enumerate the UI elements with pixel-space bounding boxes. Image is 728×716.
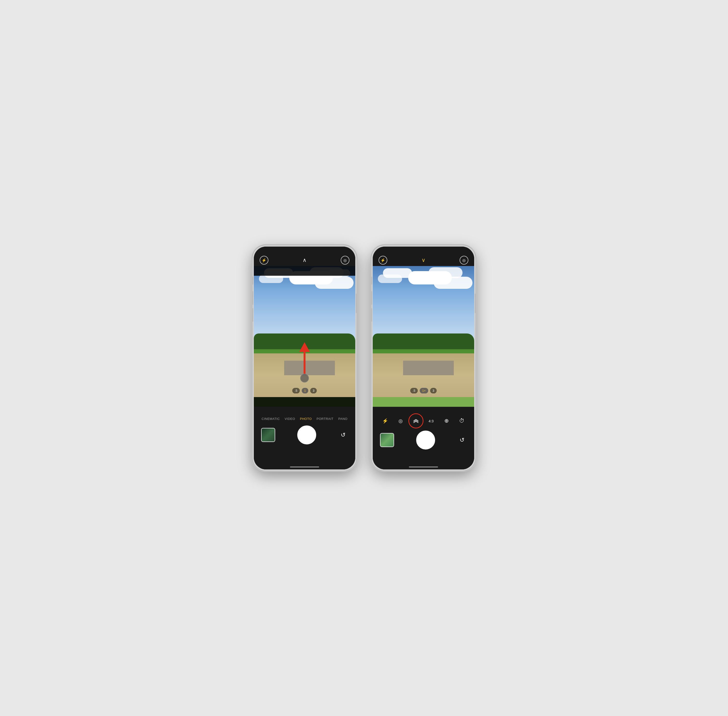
top-bar-left: ⚡ ∧ ◎ [254,256,355,265]
notch-right [406,247,440,254]
flash-icon-left: ⚡ [262,258,267,262]
cloud-r4 [378,275,402,283]
chevron-up-button[interactable]: ∧ [303,257,306,263]
letterbox-bottom [254,397,355,407]
cloud-r5 [434,277,472,289]
aspect-ratio-button[interactable]: 4:3 [426,416,437,426]
shutter-button-right[interactable] [416,431,435,449]
zoom-05-right[interactable]: .5 [410,388,418,393]
viewfinder-left[interactable]: .5 1 3 [254,266,355,407]
flash-icon-right: ⚡ [381,258,385,262]
mode-portrait[interactable]: PORTRAIT [317,417,334,421]
live-toolbar-button[interactable]: ◎ [395,416,406,426]
shutter-inner-left [299,427,315,443]
home-indicator-right [409,467,438,467]
clouds-right [373,266,474,308]
sky-right [373,266,474,343]
chevron-up-icon: ∧ [303,257,306,263]
exposure-button[interactable]: ⊕ [441,416,452,426]
sky-left [254,266,355,343]
photo-styles-icon [413,417,419,424]
silent-switch-right[interactable] [371,277,372,284]
live-photo-button-left[interactable]: ◎ [341,256,349,265]
flip-camera-button-left[interactable]: ↺ [338,430,348,440]
viewfinder-right[interactable]: .5 1× 3 [373,266,474,407]
shutter-button-left[interactable] [297,425,316,444]
zoom-05-left[interactable]: .5 [292,388,300,393]
arrow-shaft [303,352,305,374]
page-wrapper: ⚡ ∧ ◎ [243,235,485,481]
photo-styles-button[interactable] [411,416,421,426]
phone-left: ⚡ ∧ ◎ [252,245,357,471]
letterbox-top [254,266,355,276]
chevron-down-button[interactable]: ∨ [422,257,425,263]
treeline-right [373,334,474,349]
cloud-5 [315,277,353,289]
flash-toolbar-button[interactable]: ⚡ [380,416,391,426]
chevron-down-icon: ∨ [422,257,425,263]
zoom-1x-left[interactable]: 1 [302,388,308,393]
home-indicator-left [290,467,319,467]
timer-button[interactable]: ⏱ [457,416,467,426]
volume-up-button-right[interactable] [371,291,372,305]
zoom-3x-right[interactable]: 3 [430,388,437,393]
flip-camera-button-right[interactable]: ↺ [457,435,467,445]
phone-screen-right: ⚡ ∨ ◎ [373,247,474,469]
volume-down-button-right[interactable] [371,308,372,322]
zoom-1x-right[interactable]: 1× [420,388,428,393]
flash-toolbar-icon: ⚡ [382,418,388,424]
bottom-controls-left: CINEMATIC VIDEO PHOTO PORTRAIT PANO [254,414,355,469]
top-bar-right: ⚡ ∨ ◎ [373,256,474,265]
power-button-right[interactable] [475,294,476,313]
notch [288,247,322,254]
mode-cinematic[interactable]: CINEMATIC [262,417,280,421]
zoom-pills-right: .5 1× 3 [410,388,437,393]
live-toolbar-icon: ◎ [399,418,403,424]
zoom-pills-left: .5 1 3 [292,388,317,393]
toolbar-row-right: ⚡ ◎ [373,414,474,428]
camera-screen-left: ⚡ ∧ ◎ [254,247,355,469]
exposure-icon: ⊕ [444,418,449,424]
flip-icon-right: ↺ [460,437,464,443]
phone-right: ⚡ ∨ ◎ [371,245,476,471]
mode-photo[interactable]: PHOTO [300,417,312,421]
zoom-indicator-circle [300,374,309,382]
flash-button-right[interactable]: ⚡ [379,256,387,265]
shutter-row-left: ↺ [254,425,355,444]
mode-selector-left: CINEMATIC VIDEO PHOTO PORTRAIT PANO [262,414,347,423]
camera-screen-right: ⚡ ∨ ◎ [373,247,474,469]
volume-down-button[interactable] [252,308,253,322]
timer-icon: ⏱ [459,418,464,424]
power-button[interactable] [356,294,357,313]
live-photo-button-right[interactable]: ◎ [460,256,468,265]
mode-pano[interactable]: PANO [338,417,347,421]
shutter-inner-right [417,432,434,448]
volume-up-button[interactable] [252,291,253,305]
bottom-controls-right: ⚡ ◎ [373,414,474,469]
phone-screen-left: ⚡ ∧ ◎ [254,247,355,469]
silent-switch[interactable] [252,277,253,284]
shutter-row-right: ↺ [373,431,474,449]
cloud-4 [259,275,283,283]
photo-thumbnail-right[interactable] [380,433,394,447]
red-arrow-annotation [299,342,310,382]
flip-icon-left: ↺ [341,432,346,438]
photo-thumbnail-left[interactable] [261,428,275,442]
patio-right [403,361,454,375]
flash-button-left[interactable]: ⚡ [260,256,268,265]
arrow-head [299,342,310,352]
live-photo-icon-right: ◎ [462,258,466,262]
live-photo-icon-left: ◎ [343,258,347,262]
mode-video[interactable]: VIDEO [285,417,295,421]
aspect-ratio-label: 4:3 [429,419,434,423]
zoom-3x-left[interactable]: 3 [310,388,317,393]
